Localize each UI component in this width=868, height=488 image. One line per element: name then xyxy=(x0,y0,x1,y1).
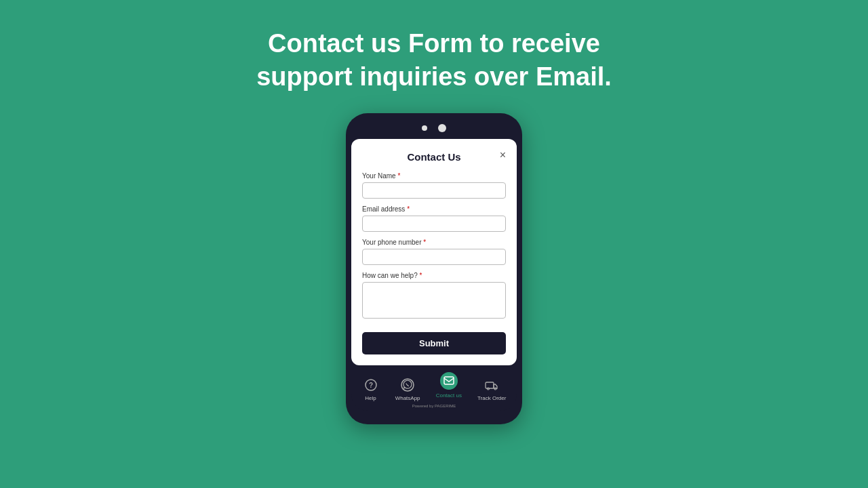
help-textarea[interactable] xyxy=(362,282,506,319)
nav-label-help: Help xyxy=(365,395,376,401)
email-label: Email address * xyxy=(362,205,506,213)
contact-icon xyxy=(439,371,459,391)
track-order-icon xyxy=(483,376,500,394)
page-headline: Contact us Form to receive support inqui… xyxy=(256,27,612,94)
name-input[interactable] xyxy=(362,182,506,199)
phone-field-group: Your phone number * xyxy=(362,239,506,265)
help-label: How can we help? * xyxy=(362,272,506,279)
help-field-group: How can we help? * xyxy=(362,272,506,321)
bottom-nav: ? Help WhatsApp xyxy=(351,371,517,411)
contact-modal: Contact Us × Your Name * Email address *… xyxy=(351,139,517,365)
phone-top-bar xyxy=(422,124,446,132)
powered-by: Powered by PAGERIME xyxy=(354,404,514,408)
nav-item-track[interactable]: Track Order xyxy=(477,376,506,401)
close-button[interactable]: × xyxy=(500,150,506,161)
nav-items: ? Help WhatsApp xyxy=(354,376,514,401)
email-field-group: Email address * xyxy=(362,205,506,232)
phone-outer: Contact Us × Your Name * Email address *… xyxy=(346,113,522,424)
submit-button[interactable]: Submit xyxy=(362,332,506,354)
nav-item-contact[interactable]: Contact us xyxy=(436,376,462,399)
nav-item-help[interactable]: ? Help xyxy=(362,376,380,401)
phone-dot-left xyxy=(422,125,427,131)
phone-mockup: Contact Us × Your Name * Email address *… xyxy=(346,113,522,424)
phone-label: Your phone number * xyxy=(362,239,506,246)
headline-line1: Contact us Form to receive xyxy=(268,29,600,58)
email-input[interactable] xyxy=(362,216,506,232)
modal-header: Contact Us × xyxy=(362,151,506,163)
svg-rect-3 xyxy=(444,377,454,384)
name-label: Your Name * xyxy=(362,172,506,180)
svg-rect-4 xyxy=(486,382,494,388)
modal-title: Contact Us xyxy=(407,151,460,163)
nav-item-whatsapp[interactable]: WhatsApp xyxy=(395,376,420,401)
name-field-group: Your Name * xyxy=(362,172,506,199)
help-icon: ? xyxy=(362,376,380,394)
nav-label-whatsapp: WhatsApp xyxy=(395,395,420,401)
phone-input[interactable] xyxy=(362,249,506,265)
whatsapp-icon xyxy=(399,376,416,394)
headline-line2: support inquiries over Email. xyxy=(256,62,612,91)
svg-text:?: ? xyxy=(368,382,372,389)
nav-label-track: Track Order xyxy=(477,395,506,401)
phone-dot-right xyxy=(438,124,446,132)
nav-label-contact: Contact us xyxy=(436,392,462,399)
